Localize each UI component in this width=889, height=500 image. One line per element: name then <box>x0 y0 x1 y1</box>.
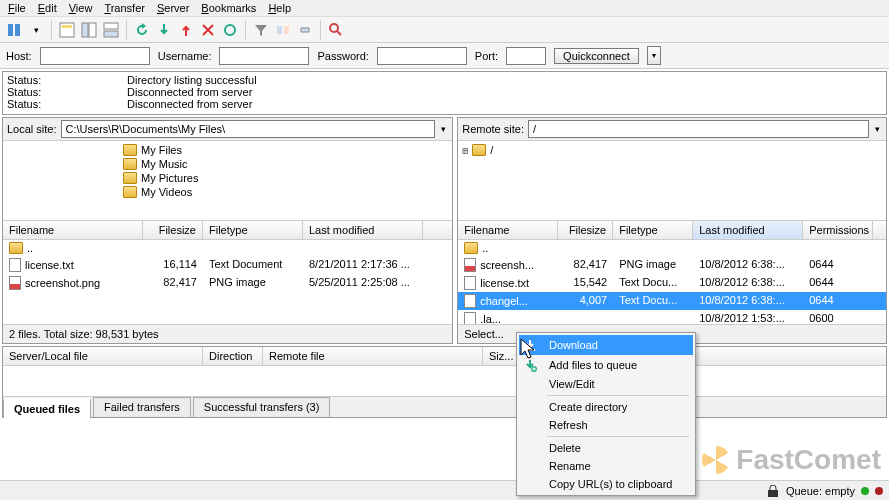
separator <box>547 436 689 437</box>
col-filetype[interactable]: Filetype <box>203 221 303 239</box>
search-icon[interactable] <box>326 20 346 40</box>
ctx-add-queue[interactable]: Add files to queue <box>519 355 693 375</box>
password-label: Password: <box>317 50 368 62</box>
svg-rect-10 <box>284 26 289 34</box>
remote-path-dropdown[interactable]: ▾ <box>873 124 882 134</box>
local-tree[interactable]: My Files My Music My Pictures My Videos <box>3 140 452 220</box>
ctx-copy-url[interactable]: Copy URL(s) to clipboard <box>519 475 693 493</box>
list-item[interactable]: changel...4,007Text Docu...10/8/2012 6:3… <box>458 292 886 310</box>
png-icon <box>9 276 21 290</box>
queue-body[interactable] <box>3 366 886 396</box>
folder-icon <box>123 172 137 184</box>
col-filesize[interactable]: Filesize <box>558 221 613 239</box>
col-filetype[interactable]: Filetype <box>613 221 693 239</box>
lock-icon <box>766 485 780 497</box>
file-icon <box>9 258 21 272</box>
tree-item[interactable]: / <box>490 144 493 156</box>
password-input[interactable] <box>377 47 467 65</box>
col-filename[interactable]: Filename <box>458 221 558 239</box>
list-item[interactable]: .. <box>3 240 452 256</box>
reconnect-icon[interactable] <box>220 20 240 40</box>
col-direction[interactable]: Direction <box>203 347 263 365</box>
tree-item[interactable]: My Music <box>141 158 187 170</box>
refresh-icon[interactable] <box>132 20 152 40</box>
queue-status: Queue: empty <box>786 485 855 497</box>
col-modified[interactable]: Last modified <box>693 221 803 239</box>
disconnect-icon[interactable] <box>198 20 218 40</box>
tab-queued[interactable]: Queued files <box>3 398 91 418</box>
separator <box>547 395 689 396</box>
file-icon <box>464 294 476 308</box>
ctx-create-dir[interactable]: Create directory <box>519 398 693 416</box>
list-item[interactable]: license.txt16,114Text Document8/21/2011 … <box>3 256 452 274</box>
local-file-list[interactable]: .. license.txt16,114Text Document8/21/20… <box>3 240 452 324</box>
sync-icon[interactable] <box>295 20 315 40</box>
status-label: Status: <box>7 98 127 110</box>
download-icon <box>523 338 537 352</box>
host-input[interactable] <box>40 47 150 65</box>
list-item[interactable]: .. <box>458 240 886 256</box>
menu-transfer[interactable]: Transfer <box>104 2 145 14</box>
toggle-tree-icon[interactable] <box>79 20 99 40</box>
remote-file-list[interactable]: .. screensh...82,417PNG image10/8/2012 6… <box>458 240 886 324</box>
remote-site-label: Remote site: <box>462 123 524 135</box>
remote-tree[interactable]: ⊞/ <box>458 140 886 220</box>
local-path-input[interactable] <box>61 120 436 138</box>
menu-view[interactable]: View <box>69 2 93 14</box>
ctx-refresh[interactable]: Refresh <box>519 416 693 434</box>
expand-icon[interactable]: ⊞ <box>462 145 468 156</box>
toolbar: ▾ <box>0 17 889 43</box>
menu-server[interactable]: Server <box>157 2 189 14</box>
svg-rect-13 <box>525 349 535 351</box>
folder-icon <box>472 144 486 156</box>
svg-rect-6 <box>104 23 118 29</box>
list-item[interactable]: screensh...82,417PNG image10/8/2012 6:38… <box>458 256 886 274</box>
ctx-delete[interactable]: Delete <box>519 439 693 457</box>
quickconnect-button[interactable]: Quickconnect <box>554 48 639 64</box>
status-text: Directory listing successful <box>127 74 257 86</box>
col-remote-file[interactable]: Remote file <box>263 347 483 365</box>
compare-icon[interactable] <box>273 20 293 40</box>
menu-help[interactable]: Help <box>268 2 291 14</box>
menu-file[interactable]: File <box>8 2 26 14</box>
message-log[interactable]: Status:Directory listing successful Stat… <box>2 71 887 115</box>
queue-tabs: Queued files Failed transfers Successful… <box>3 396 886 417</box>
tree-item[interactable]: My Pictures <box>141 172 198 184</box>
tree-item[interactable]: My Videos <box>141 186 192 198</box>
tab-successful[interactable]: Successful transfers (3) <box>193 397 331 417</box>
ctx-rename[interactable]: Rename <box>519 457 693 475</box>
svg-rect-9 <box>277 26 282 34</box>
list-item[interactable]: license.txt15,542Text Docu...10/8/2012 6… <box>458 274 886 292</box>
host-label: Host: <box>6 50 32 62</box>
menu-edit[interactable]: Edit <box>38 2 57 14</box>
col-filesize[interactable]: Filesize <box>143 221 203 239</box>
remote-path-input[interactable] <box>528 120 869 138</box>
status-label: Status: <box>7 74 127 86</box>
tree-item[interactable]: My Files <box>141 144 182 156</box>
col-server-file[interactable]: Server/Local file <box>3 347 203 365</box>
list-item[interactable]: .la...10/8/2012 1:53:...0600 <box>458 310 886 324</box>
col-filename[interactable]: Filename <box>3 221 143 239</box>
site-manager-icon[interactable] <box>4 20 24 40</box>
tab-failed[interactable]: Failed transfers <box>93 397 191 417</box>
svg-rect-1 <box>15 24 20 36</box>
menu-bookmarks[interactable]: Bookmarks <box>201 2 256 14</box>
toggle-log-icon[interactable] <box>57 20 77 40</box>
col-modified[interactable]: Last modified <box>303 221 423 239</box>
cancel-icon[interactable] <box>176 20 196 40</box>
site-dropdown-icon[interactable]: ▾ <box>26 20 46 40</box>
folder-icon <box>9 242 23 254</box>
process-queue-icon[interactable] <box>154 20 174 40</box>
port-input[interactable] <box>506 47 546 65</box>
svg-point-8 <box>225 25 235 35</box>
quickconnect-history-dropdown[interactable]: ▾ <box>647 46 661 65</box>
local-path-dropdown[interactable]: ▾ <box>439 124 448 134</box>
ctx-download[interactable]: Download <box>519 335 693 355</box>
list-item[interactable]: screenshot.png82,417PNG image5/25/2011 2… <box>3 274 452 292</box>
toggle-queue-icon[interactable] <box>101 20 121 40</box>
ctx-view-edit[interactable]: View/Edit <box>519 375 693 393</box>
col-permissions[interactable]: Permissions <box>803 221 873 239</box>
username-input[interactable] <box>219 47 309 65</box>
remote-pane: Remote site: ▾ ⊞/ Filename Filesize File… <box>457 117 887 344</box>
filter-icon[interactable] <box>251 20 271 40</box>
